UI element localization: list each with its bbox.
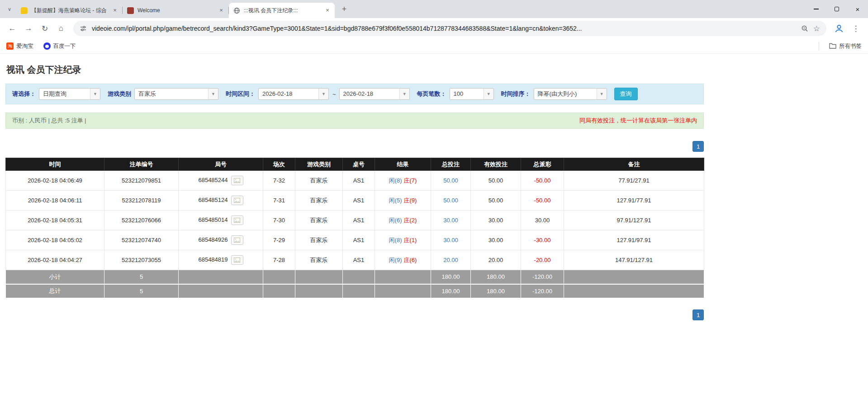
total-total-bet: 180.00	[431, 284, 471, 298]
sort-select[interactable]: 降幂(由大到小) ▼	[534, 88, 607, 100]
cell-round-no: 685485244	[179, 171, 263, 191]
date-to-select[interactable]: 2026-02-18 ▼	[339, 88, 410, 100]
profile-icon[interactable]	[833, 22, 845, 35]
round-preview-button[interactable]	[231, 176, 243, 185]
pagination-page-1[interactable]: 1	[693, 141, 704, 152]
cell-session: 7-32	[263, 171, 295, 191]
chat-bubble-icon	[21, 7, 28, 14]
bookmark-star-icon[interactable]: ☆	[813, 24, 820, 33]
tab-close-icon[interactable]: ×	[218, 7, 225, 14]
chevron-down-icon[interactable]: ▼	[318, 89, 328, 99]
summary-note: 同局有效投注，统一计算在该局第一张注单内	[579, 117, 697, 125]
result-player: 闲(8)	[389, 177, 402, 184]
cell-empty	[263, 270, 295, 284]
minimize-button[interactable]	[806, 0, 826, 18]
game-type-select[interactable]: 百家乐 ▼	[134, 88, 218, 100]
cell-payout: -50.00	[521, 171, 564, 191]
header-payout: 总派彩	[521, 158, 564, 171]
tab-close-icon[interactable]: ×	[111, 7, 119, 14]
cell-session: 7-31	[263, 191, 295, 211]
page-size-label: 每页笔数：	[417, 90, 446, 98]
cell-valid-bet: 30.00	[471, 211, 521, 230]
cell-empty	[343, 270, 375, 284]
bookmark-taobao[interactable]: 淘 爱淘宝	[6, 42, 33, 50]
cell-empty	[179, 270, 263, 284]
cell-total-bet: 50.00	[431, 171, 471, 191]
cell-table-no: AS1	[343, 250, 375, 270]
tab-close-icon[interactable]: ×	[324, 7, 331, 14]
mode-label: 请选择：	[12, 90, 36, 98]
header-session: 场次	[263, 158, 295, 171]
tab-search-button[interactable]: ∨	[4, 3, 15, 15]
new-tab-button[interactable]: +	[338, 3, 350, 15]
home-button[interactable]: ⌂	[53, 21, 69, 36]
pagination-top: 1	[5, 141, 704, 152]
pagination-bottom: 1	[5, 309, 704, 320]
round-preview-button[interactable]	[231, 216, 243, 225]
date-from-value: 2026-02-18	[259, 89, 318, 99]
search-button[interactable]: 查询	[614, 88, 638, 100]
address-bar[interactable]: videoie.com/ipl/portal.php/game/betrecor…	[73, 21, 826, 36]
cell-total-bet: 20.00	[431, 250, 471, 270]
tab-forum[interactable]: 【新提醒】海燕策略论坛 - 综合 ×	[16, 3, 122, 18]
maximize-button[interactable]	[826, 0, 847, 18]
cell-round-no: 685484926	[179, 230, 263, 250]
round-no-text: 685484926	[198, 236, 228, 243]
site-settings-icon[interactable]	[80, 25, 87, 32]
all-bookmarks-button[interactable]: 所有书签	[829, 42, 862, 50]
table-row: 2026-02-18 04:06:49 523212079851 6854852…	[6, 171, 704, 191]
date-to-value: 2026-02-18	[340, 89, 399, 99]
cell-session: 7-30	[263, 211, 295, 230]
page-size-select[interactable]: 100 ▼	[450, 88, 494, 100]
minimize-icon	[814, 9, 819, 9]
pagination-page-1[interactable]: 1	[693, 309, 704, 320]
menu-icon[interactable]: ⋮	[848, 21, 863, 36]
subtotal-count: 5	[104, 270, 179, 284]
chevron-down-icon[interactable]: ▼	[90, 89, 100, 99]
tab-title: 【新提醒】海燕策略论坛 - 综合	[31, 7, 108, 14]
cell-empty	[564, 284, 704, 298]
close-window-button[interactable]: ×	[847, 0, 868, 18]
cell-result: 闲(5)庄(9)	[375, 191, 431, 211]
cell-round-no: 685485014	[179, 211, 263, 230]
header-bet-no: 注单编号	[104, 158, 179, 171]
cell-result: 闲(8)庄(1)	[375, 230, 431, 250]
cell-payout: -30.00	[521, 230, 564, 250]
cell-empty	[564, 270, 704, 284]
refresh-button[interactable]: ↻	[37, 21, 52, 36]
header-round-no: 局号	[179, 158, 263, 171]
round-preview-button[interactable]	[231, 235, 243, 245]
round-preview-button[interactable]	[231, 255, 243, 265]
round-preview-button[interactable]	[231, 196, 243, 205]
date-from-select[interactable]: 2026-02-18 ▼	[258, 88, 329, 100]
result-banker: 庄(2)	[404, 217, 417, 224]
mode-select[interactable]: 日期查询 ▼	[39, 88, 100, 100]
chevron-down-icon[interactable]: ▼	[484, 89, 493, 99]
bookmark-label: 爱淘宝	[16, 42, 33, 50]
cell-valid-bet: 30.00	[471, 230, 521, 250]
zoom-icon[interactable]	[801, 25, 808, 32]
total-label: 总计	[6, 284, 104, 298]
cell-valid-bet: 50.00	[471, 171, 521, 191]
url-text[interactable]: videoie.com/ipl/portal.php/game/betrecor…	[92, 25, 796, 32]
total-payout: -120.00	[521, 284, 564, 298]
chevron-down-icon[interactable]: ▼	[597, 89, 607, 99]
cell-empty	[375, 284, 431, 298]
tab-title: Welcome	[138, 7, 214, 14]
header-table-no: 桌号	[343, 158, 375, 171]
page-content: 视讯 会员下注纪录 请选择： 日期查询 ▼ 游戏类别 百家乐 ▼ 时间区间： 2…	[0, 64, 868, 320]
tab-strip: ∨ 【新提醒】海燕策略论坛 - 综合 × Welcome × :::视讯 会员下…	[0, 0, 868, 18]
bookmark-baidu[interactable]: 百度一下	[43, 42, 76, 50]
result-player: 闲(9)	[389, 257, 402, 263]
back-button[interactable]: ←	[5, 21, 20, 36]
cell-time: 2026-02-18 04:06:49	[6, 171, 104, 191]
tab-betrecord[interactable]: :::视讯 会员下注纪录::: ×	[229, 3, 335, 18]
cell-valid-bet: 50.00	[471, 191, 521, 211]
chevron-down-icon[interactable]: ▼	[399, 89, 409, 99]
chevron-down-icon[interactable]: ▼	[208, 89, 218, 99]
result-banker: 庄(1)	[404, 237, 417, 244]
forward-button[interactable]: →	[21, 21, 36, 36]
date-range-label: 时间区间：	[226, 90, 255, 98]
cell-note: 77.91/27.91	[564, 171, 704, 191]
tab-welcome[interactable]: Welcome ×	[123, 3, 228, 18]
